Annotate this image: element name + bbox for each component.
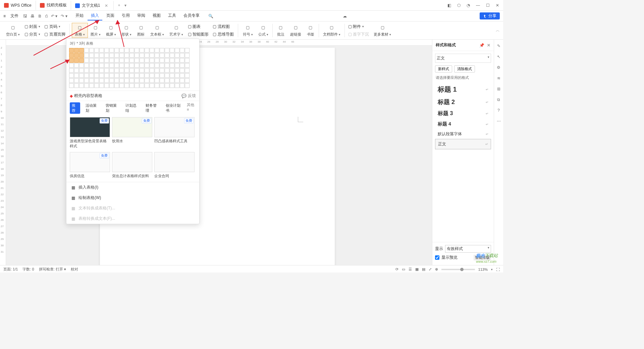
grid-cell[interactable] [79,68,84,73]
grid-cell[interactable] [74,73,79,78]
grid-cell[interactable] [150,63,154,68]
new-style-button[interactable]: 新样式 [435,65,452,72]
grid-cell[interactable] [155,68,159,73]
grid-cell[interactable] [170,68,174,73]
grid-cell[interactable] [84,68,89,73]
grid-cell[interactable] [140,83,144,88]
layout-icon[interactable]: ⊞ [497,87,500,91]
grid-cell[interactable] [135,53,139,58]
ribbon-table[interactable]: ▢表格 ▾ [72,23,88,38]
zoom-in-icon[interactable]: ⊕ [435,267,438,271]
view-page-icon[interactable]: ▭ [402,267,405,271]
grid-cell[interactable] [94,83,99,88]
grid-cell[interactable] [69,73,74,78]
template-item[interactable]: 免费供房信息 [70,152,110,180]
grid-cell[interactable] [160,48,164,53]
style-item[interactable]: 标题 3↵ [435,108,491,119]
grid-cell[interactable] [84,48,89,53]
maximize-button[interactable]: ☐ [486,3,490,8]
ribbon-shape[interactable]: ▢形状 ▾ [119,23,134,38]
grid-cell[interactable] [135,63,139,68]
grid-cell[interactable] [170,58,174,63]
ribbon-mindmap[interactable]: ▢ 思维导图 [211,31,235,38]
grid-cell[interactable] [124,58,129,63]
grid-cell[interactable] [129,53,134,58]
grid-cell[interactable] [145,48,149,53]
style-item[interactable]: 默认段落字体↵ [435,129,491,139]
grid-cell[interactable] [79,53,84,58]
zoom-value[interactable]: 113% [478,267,488,271]
grid-cell[interactable] [94,73,99,78]
pointer-icon[interactable]: ↖ [497,54,500,59]
grid-cell[interactable] [155,53,159,58]
grid-cell[interactable] [104,58,109,63]
menu-draw-table[interactable]: ▦绘制表格(W) [66,193,199,203]
grid-cell[interactable] [89,53,94,58]
title-tab[interactable]: 文字文稿1✕ [71,1,114,10]
grid-cell[interactable] [74,53,79,58]
menu-工具[interactable]: 工具 [165,11,179,20]
grid-cell[interactable] [175,53,179,58]
ribbon-pagebreak[interactable]: ▢ 分页 ▾ [22,31,42,38]
grid-cell[interactable] [145,83,149,88]
ribbon-chart-row[interactable]: ▢ 图表 [186,23,211,30]
grid-cell[interactable] [109,63,114,68]
grid-cell[interactable] [69,83,74,88]
grid-cell[interactable] [84,53,89,58]
grid-cell[interactable] [150,83,154,88]
template-tab[interactable]: 财务管理 [144,102,160,114]
grid-cell[interactable] [89,63,94,68]
template-tab[interactable]: 活动策划 [84,102,100,114]
ribbon-cover[interactable]: ▢ 封面 ▾ [22,23,42,30]
template-tab-other[interactable]: 其他 ≡ [187,102,196,114]
pin-icon[interactable]: 📌 [479,43,484,48]
grid-cell[interactable] [170,73,174,78]
page-status[interactable]: 页面: 1/1 [3,267,18,272]
redo-dropdown-icon[interactable]: ↷ ▾ [61,14,67,18]
grid-cell[interactable] [109,53,114,58]
ribbon-blank-page[interactable]: ▢空白页 ▾ [3,23,22,38]
grid-cell[interactable] [114,83,119,88]
save-icon[interactable]: 🖫 [23,14,27,18]
grid-cell[interactable] [135,78,139,83]
grid-cell[interactable] [119,58,124,63]
style-item[interactable]: 正文↵ [435,139,491,149]
grid-cell[interactable] [175,78,179,83]
grid-cell[interactable] [109,48,114,53]
grid-cell[interactable] [129,68,134,73]
grid-cell[interactable] [180,53,184,58]
grid-cell[interactable] [150,53,154,58]
close-button[interactable]: ✕ [496,3,499,8]
grid-cell[interactable] [175,48,179,53]
template-tab[interactable]: 营销策划 [104,102,120,114]
grid-cell[interactable] [119,53,124,58]
grid-cell[interactable] [79,73,84,78]
grid-cell[interactable] [129,78,134,83]
grid-cell[interactable] [165,83,169,88]
grid-cell[interactable] [170,83,174,88]
grid-cell[interactable] [160,53,164,58]
template-item[interactable]: 免费凹凸感表格样式工具 [154,117,195,150]
menu-开始[interactable]: 开始 [72,11,87,20]
grid-cell[interactable] [165,63,169,68]
tab-close-icon[interactable]: ✕ [105,3,109,8]
ribbon-hyperlink[interactable]: ▢超链接 [287,23,304,38]
grid-cell[interactable] [119,73,124,78]
grid-cell[interactable] [119,63,124,68]
grid-cell[interactable] [140,58,144,63]
search-icon[interactable]: 🔍 [208,14,213,18]
ribbon-screenshot[interactable]: ▢截屏 ▾ [103,23,119,38]
grid-cell[interactable] [129,58,134,63]
grid-cell[interactable] [104,78,109,83]
grid-cell[interactable] [124,63,129,68]
ribbon-flowchart[interactable]: ▢ 流程图 [211,23,235,30]
more-icon[interactable]: ⋯ [497,119,501,123]
avatar-icon[interactable]: ◔ [467,3,470,8]
grid-cell[interactable] [109,78,114,83]
grid-cell[interactable] [175,73,179,78]
grid-cell[interactable] [140,63,144,68]
grid-cell[interactable] [79,63,84,68]
ribbon-icon[interactable]: ▢图标 [134,23,148,38]
new-tab-button[interactable]: ＋ [114,2,124,8]
grid-cell[interactable] [124,53,129,58]
